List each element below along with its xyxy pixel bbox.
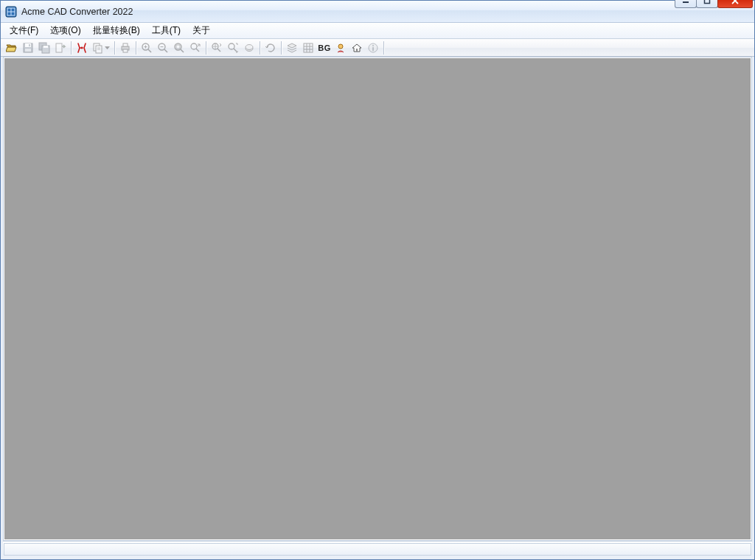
zoom-in-icon [141,42,153,54]
menu-about[interactable]: 关于 [187,23,216,38]
pdf-button[interactable] [74,40,90,56]
layers-icon [286,42,298,54]
svg-point-34 [191,43,197,49]
svg-rect-22 [123,43,128,46]
menu-tools[interactable]: 工具(T) [146,23,187,38]
info-button[interactable] [365,40,381,56]
print-button[interactable] [117,40,133,56]
save-button[interactable] [20,40,36,56]
window-controls [675,0,753,8]
svg-point-38 [229,43,234,49]
zoom-extents-button[interactable] [225,40,241,56]
drawing-canvas[interactable] [4,57,751,540]
zoom-window-icon [189,42,201,54]
toolbar-separator [206,41,206,55]
app-icon [5,6,17,18]
toolbar-separator [281,41,282,55]
svg-rect-48 [356,49,358,52]
svg-line-37 [218,49,220,52]
zoom-extents-icon [227,42,239,54]
pdf-icon [76,42,88,54]
preview-button[interactable] [333,40,349,56]
toolbar-separator [114,41,115,55]
folder-open-icon [6,42,18,54]
svg-rect-42 [304,43,313,52]
save-all-icon [38,42,50,54]
bg-text-icon: BG [318,43,331,52]
pan-icon [243,42,255,54]
copy-icon [92,42,104,54]
main-area [3,57,752,541]
export-button[interactable] [52,40,69,56]
svg-line-39 [234,49,237,52]
app-window: Acme CAD Converter 2022 文件(F) 选项(O) 批量转换… [0,0,755,560]
zoom-realtime-icon [211,42,223,54]
menu-batch[interactable]: 批量转换(B) [87,23,146,38]
window-title: Acme CAD Converter 2022 [21,7,133,17]
open-button[interactable] [4,40,20,56]
zoom-fit-icon [173,42,185,54]
home-button[interactable] [349,40,365,56]
info-icon [367,42,379,54]
svg-line-25 [148,49,151,52]
svg-point-31 [175,43,181,50]
background-button[interactable]: BG [316,40,333,56]
export-icon [55,42,66,54]
menu-options[interactable]: 选项(O) [44,23,86,38]
menu-file[interactable]: 文件(F) [4,23,44,38]
save-all-button[interactable] [36,40,52,56]
close-button[interactable] [717,0,753,8]
svg-line-29 [164,49,167,52]
svg-rect-5 [705,0,710,3]
wireframe-icon [302,42,314,54]
print-icon [119,42,131,54]
toolbar-separator [260,41,260,55]
minimize-button[interactable] [675,0,697,8]
zoom-window-button[interactable] [187,40,203,56]
svg-rect-51 [372,47,374,51]
status-text [4,543,751,556]
svg-rect-14 [44,46,48,48]
zoom-out-button[interactable] [155,40,171,56]
copy-button[interactable] [90,40,112,56]
svg-rect-33 [176,45,180,49]
svg-point-41 [246,44,253,49]
svg-line-35 [196,49,199,52]
svg-point-16 [81,46,83,49]
menubar: 文件(F) 选项(O) 批量转换(B) 工具(T) 关于 [1,23,754,39]
zoom-fit-button[interactable] [171,40,187,56]
layers-button[interactable] [284,40,300,56]
chevron-down-icon [105,46,110,49]
svg-rect-23 [123,49,128,52]
svg-rect-11 [25,49,31,52]
svg-point-50 [372,45,374,46]
zoom-realtime-button[interactable] [209,40,225,56]
rotate-icon [265,42,276,54]
titlebar: Acme CAD Converter 2022 [1,1,754,23]
statusbar [3,541,752,557]
zoom-in-button[interactable] [139,40,155,56]
zoom-out-icon [157,42,169,54]
svg-rect-10 [29,44,30,46]
preview-icon [335,42,347,54]
svg-point-47 [338,44,343,49]
toolbar: BG [1,39,754,57]
pan-button[interactable] [241,40,257,56]
rotate-button[interactable] [262,40,279,56]
maximize-button[interactable] [696,0,718,8]
toolbar-separator [71,41,72,55]
toolbar-separator [136,41,136,55]
toolbar-separator [383,41,384,55]
home-icon [351,42,363,54]
svg-rect-15 [56,43,62,52]
svg-line-32 [181,49,184,52]
save-icon [22,42,34,54]
wireframe-button[interactable] [300,40,316,56]
